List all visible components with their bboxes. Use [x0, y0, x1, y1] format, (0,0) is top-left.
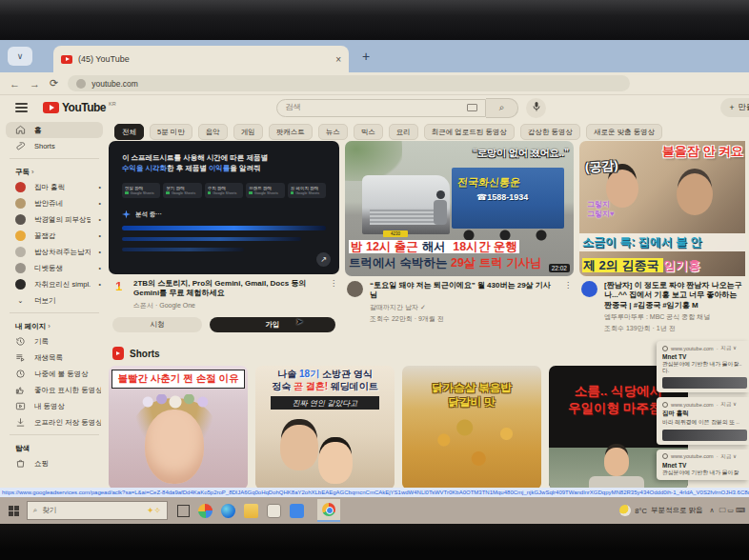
- sidebar-item-home[interactable]: 홈: [6, 122, 103, 138]
- new-content-dot: •: [99, 249, 101, 255]
- file-explorer-icon[interactable]: [244, 504, 258, 518]
- taskbar-search-box[interactable]: ⌕ 찾기 ✦✧: [27, 501, 168, 520]
- sidebar-item-my-videos[interactable]: 내 동영상: [0, 398, 109, 414]
- chip-cooking[interactable]: 요리: [389, 124, 418, 140]
- tray-icons[interactable]: 🖵 ▭ ⌨: [719, 507, 745, 514]
- channel-avatar: [15, 198, 26, 209]
- new-tab-button[interactable]: +: [362, 50, 370, 63]
- sidebar-show-more[interactable]: ⌄ 더보기: [0, 292, 109, 309]
- channel-avatar[interactable]: [347, 281, 363, 297]
- sidebar-channel[interactable]: 자취요리신 simpl.. •: [0, 276, 109, 292]
- download-icon: [15, 417, 26, 428]
- mail-app-icon[interactable]: [290, 504, 304, 518]
- search-button[interactable]: ⌕: [486, 98, 518, 118]
- ad-card[interactable]: 이 스프레드시트를 사용해 시간에 따른 제품별 수익을 시각화한 후 제품별 …: [109, 141, 339, 333]
- sidebar-item-playlists[interactable]: 재생목록: [0, 350, 109, 366]
- channel-avatar[interactable]: [581, 281, 597, 297]
- chip-podcast[interactable]: 팟캐스트: [269, 124, 313, 140]
- kebab-menu-icon[interactable]: ⋮: [330, 279, 337, 310]
- sidebar-item-liked-videos[interactable]: 좋아요 표시한 동영상: [0, 382, 109, 398]
- globe-icon: [662, 453, 668, 459]
- windows-logo-icon: [9, 506, 19, 516]
- youtube-logo[interactable]: YouTube KR: [43, 101, 116, 114]
- chip-new-for-you[interactable]: 새로운 맞춤 동영상: [586, 124, 662, 140]
- start-button[interactable]: [0, 497, 27, 524]
- subscriptions-header[interactable]: 구독 ›: [0, 163, 109, 179]
- search-input[interactable]: 검색: [276, 99, 486, 117]
- watch-button[interactable]: 시청: [112, 317, 202, 332]
- channel-name[interactable]: 갈때까지간 남자 ✓: [370, 303, 557, 312]
- sidebar-channel[interactable]: 꿀잼감 •: [0, 228, 109, 244]
- task-view-button[interactable]: [177, 505, 190, 517]
- sidebar-channel[interactable]: 밤안쥬네 •: [0, 195, 109, 211]
- my-page-header[interactable]: 내 페이지 ›: [0, 317, 109, 333]
- chip-under-5min[interactable]: 5분 미만: [150, 124, 192, 140]
- create-button[interactable]: + 만들기: [720, 98, 749, 117]
- site-info-icon[interactable]: [76, 79, 86, 89]
- sidebar-channel[interactable]: 집마 홀릭 •: [0, 179, 109, 195]
- ad-thumbnail[interactable]: 이 스프레드시트를 사용해 시간에 따른 제품별 수익을 시각화한 후 제품별 …: [109, 141, 339, 274]
- tray-chevron-icon[interactable]: ∧: [710, 507, 715, 514]
- weather-widget[interactable]: 8°C 부분적으로 맑음: [619, 505, 702, 516]
- sidebar-item-shorts[interactable]: Shorts: [0, 138, 109, 154]
- sidebar-item-watch-later[interactable]: 나중에 볼 동영상: [0, 366, 109, 382]
- copilot-sparkle-icon[interactable]: ✦✧: [147, 506, 161, 515]
- chip-recent-uploads[interactable]: 최근에 업로드된 동영상: [424, 124, 515, 140]
- chip-all[interactable]: 전체: [114, 124, 144, 140]
- sidebar-item-history[interactable]: 기록: [0, 333, 109, 350]
- microsoft-store-icon[interactable]: [267, 504, 281, 518]
- ad-title[interactable]: 2TB의 스토리지, Pro의 Gemini, Gmail, Docs 등의 G…: [133, 279, 323, 299]
- system-tray[interactable]: ∧ 🖵 ▭ ⌨: [710, 507, 745, 514]
- chip-news[interactable]: 뉴스: [318, 124, 348, 140]
- video-title[interactable]: [짠남자] 이 정도로 짜야 짠남자 나오는구나...^^ 집에서 기홍 보고 …: [604, 281, 743, 310]
- sidebar-channel[interactable]: 박경열의 피부상담.. •: [0, 211, 109, 228]
- short-caption: 나솔 18기 소방관 영식 정숙 곧 결혼! 웨딩데이트: [255, 369, 395, 392]
- browser-tab[interactable]: (45) YouTube ×: [53, 46, 349, 72]
- kebab-menu-icon[interactable]: ⋮: [564, 281, 572, 324]
- photos-app-icon[interactable]: [198, 504, 213, 518]
- short-card-1[interactable]: 볼빨간 사춘기 쩐 손절 이유: [109, 366, 248, 490]
- new-content-dot: •: [99, 216, 101, 223]
- forward-icon[interactable]: →: [30, 78, 40, 90]
- video-stats: 조회수 22만회 · 9개월 전: [370, 314, 557, 324]
- external-link-arrow-icon[interactable]: ↗: [316, 252, 331, 267]
- tab-search-button[interactable]: ∨: [8, 47, 32, 66]
- youtube-play-icon: [43, 102, 59, 113]
- sidebar-channel[interactable]: 밥상차려주는남자 •: [0, 244, 109, 260]
- thumbnail-sticker: (공감): [584, 157, 618, 176]
- sidebar-item-shopping[interactable]: 쇼핑: [0, 455, 109, 471]
- edge-app-icon[interactable]: [221, 504, 235, 518]
- video-card-truck[interactable]: 전국화신통운 ☎1588-1934 4230 “로망이 없어 졌어요..” 밤 …: [345, 141, 574, 333]
- chip-game[interactable]: 게임: [233, 124, 263, 140]
- join-button[interactable]: 가입: [210, 317, 335, 332]
- chip-watched[interactable]: 감상한 동영상: [520, 124, 580, 140]
- chevron-right-icon: ›: [31, 168, 34, 176]
- video-card-mbc[interactable]: (공감) 불을잠 안 켜요 그렇지그렇지♥ 소금이 특: 집에서 불 안 제 2…: [579, 141, 745, 333]
- google-one-logo: 1: [111, 279, 127, 295]
- tab-close-icon[interactable]: ×: [335, 54, 341, 65]
- reload-icon[interactable]: ⟳: [50, 77, 58, 90]
- short-card-2[interactable]: 나솔 18기 소방관 영식 정숙 곧 결혼! 웨딩데이트 진짜 연인 같았다고: [255, 366, 395, 490]
- voice-search-button[interactable]: [526, 98, 546, 118]
- notification-toast[interactable]: www.youtube.com·지금 ∨ Mnet TV 관심분야에 기반한 내…: [657, 341, 749, 392]
- thumbnail-art: 전국화신통운 ☎1588-1934: [452, 168, 564, 229]
- chrome-taskbar-slot[interactable]: [317, 499, 340, 522]
- truck-thumbnail[interactable]: 전국화신통운 ☎1588-1934 4230 “로망이 없어 졌어요..” 밤 …: [345, 141, 574, 276]
- back-icon[interactable]: ←: [10, 78, 20, 90]
- weather-text: 부분적으로 맑음: [651, 506, 703, 515]
- address-bar[interactable]: youtube.com: [68, 75, 630, 91]
- mbc-thumbnail[interactable]: (공감) 불을잠 안 켜요 그렇지그렇지♥ 소금이 특: 집에서 불 안 제 2…: [579, 141, 745, 276]
- notification-image: [662, 377, 747, 389]
- channel-name[interactable]: 엠뚜루마뚜루 : MBC 공식 종합 채널: [604, 312, 743, 322]
- sidebar-channel[interactable]: 디벳동생 •: [0, 260, 109, 276]
- sheet-chip: 전 페이지 판매 Google Sheets: [288, 183, 326, 198]
- sidebar-item-downloads[interactable]: 오프라인 저장 동영상: [0, 414, 109, 430]
- chip-mix[interactable]: 믹스: [354, 124, 383, 140]
- keyboard-icon[interactable]: [467, 104, 477, 111]
- chip-music[interactable]: 음악: [198, 124, 228, 140]
- video-title[interactable]: “토요일 돼야 저는 퇴근이에요” 월 430버는 29살 기사님: [370, 281, 557, 301]
- notification-toast[interactable]: www.youtube.com·지금 ∨ Mnet TV 관심분야에 기반한 내…: [657, 450, 749, 480]
- menu-icon[interactable]: [15, 101, 28, 115]
- short-card-3[interactable]: 닭가슴살 볶음밥닭갈비 맛: [402, 366, 541, 490]
- notification-toast[interactable]: www.youtube.com·지금 ∨ 집마 홀릭 바라 레위경에 이은 잡봉…: [657, 397, 749, 444]
